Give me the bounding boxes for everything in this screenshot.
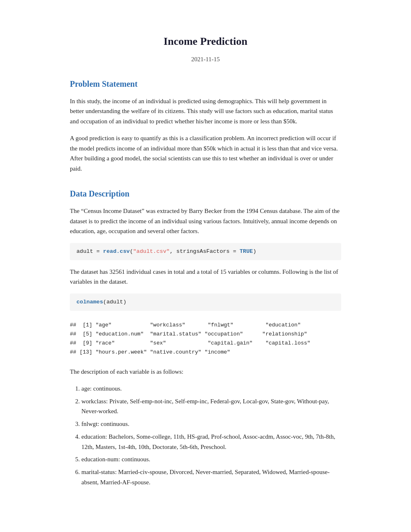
list-item: education: Bachelors, Some-college, 11th… (81, 432, 341, 452)
variables-intro: The description of each variable is as f… (70, 367, 341, 377)
list-item: workclass: Private, Self-emp-not-inc, Se… (81, 396, 341, 417)
list-item: marital-status: Married-civ-spouse, Divo… (81, 467, 341, 488)
main-title: Income Prediction (70, 33, 341, 50)
output-line-2: ## [5] "education.num" "marital.status" … (70, 331, 307, 337)
output-line-1: ## [1] "age" "workclass" "fnlwgt" "educa… (70, 322, 301, 328)
output-line-4: ## [13] "hours.per.week" "native.country… (70, 349, 230, 355)
code-bool-true: TRUE (240, 248, 253, 254)
after-code1-paragraph: The dataset has 32561 individual cases i… (70, 267, 341, 287)
problem-paragraph-1: In this study, the income of an individu… (70, 96, 341, 127)
code-colnames-arg: (adult) (103, 299, 127, 305)
code-block-read-csv: adult = read.csv("adult.csv", stringsAsF… (70, 243, 341, 260)
date-label: 2021-11-15 (70, 54, 341, 64)
section-heading-problem: Problem Statement (70, 77, 341, 90)
list-item: age: continuous. (81, 384, 341, 394)
section-heading-data: Data Description (70, 187, 341, 200)
list-item: education-num: continuous. (81, 454, 341, 465)
code-variable: adult (76, 248, 93, 254)
code-block-colnames: colnames(adult) (70, 294, 341, 311)
code-param: stringsAsFactors (176, 248, 230, 254)
page-container: Income Prediction 2021-11-15 Problem Sta… (45, 0, 366, 525)
list-item: fnlwgt: continuous. (81, 419, 341, 429)
code-output-colnames: ## [1] "age" "workclass" "fnlwgt" "educa… (70, 317, 341, 360)
code-function-colnames: colnames (76, 299, 103, 305)
variables-list: age: continuous. workclass: Private, Sel… (70, 384, 341, 488)
code-string-filename: "adult.csv" (133, 248, 170, 254)
data-intro-paragraph: The “Census Income Dataset” was extracte… (70, 206, 341, 236)
output-line-3: ## [9] "race" "sex" "capital.gain" "capi… (70, 340, 310, 346)
code-function-readcsv: read.csv (103, 248, 130, 254)
problem-paragraph-2: A good prediction is easy to quantify as… (70, 133, 341, 174)
